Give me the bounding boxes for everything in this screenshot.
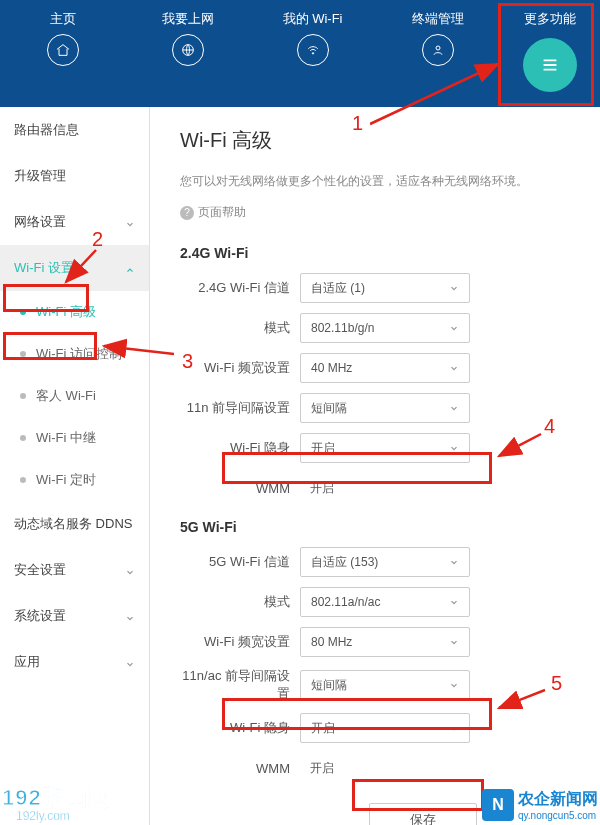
row-24-bw: Wi-Fi 频宽设置 40 MHz [180,353,576,383]
globe-icon [172,34,204,66]
nav-devices[interactable]: 终端管理 [375,10,500,66]
sidebar-item-label: Wi-Fi 设置 [14,259,74,277]
chevron-up-icon [125,263,135,273]
sidebar-item-system[interactable]: 系统设置 [0,593,149,639]
save-button[interactable]: 保存 [369,803,477,825]
sidebar-sub-label: 客人 Wi-Fi [36,387,96,405]
sidebar-sub-schedule[interactable]: Wi-Fi 定时 [0,459,149,501]
form-label: 5G Wi-Fi 信道 [180,553,300,571]
sidebar-item-ddns[interactable]: 动态域名服务 DDNS [0,501,149,547]
select-value: 开启 [311,720,335,737]
select-24-gi[interactable]: 短间隔 [300,393,470,423]
sidebar-sub-label: Wi-Fi 高级 [36,303,96,321]
form-label: 模式 [180,593,300,611]
sidebar-sub-guest-wifi[interactable]: 客人 Wi-Fi [0,375,149,417]
select-5-bw[interactable]: 80 MHz [300,627,470,657]
help-icon: ? [180,206,194,220]
select-24-hide[interactable]: 开启 [300,433,470,463]
sidebar-sub-label: Wi-Fi 中继 [36,429,96,447]
chevron-down-icon [125,657,135,667]
form-label: Wi-Fi 频宽设置 [180,633,300,651]
help-link[interactable]: ? 页面帮助 [180,204,576,221]
nav-wifi[interactable]: 我的 Wi-Fi [250,10,375,66]
form-label: Wi-Fi 频宽设置 [180,359,300,377]
form-label: 11n/ac 前导间隔设置 [180,667,300,703]
sidebar-sub-label: Wi-Fi 访问控制 [36,345,122,363]
select-value: 自适应 (153) [311,554,378,571]
chevron-down-icon [449,557,459,567]
bullet-icon [20,477,26,483]
row-24-mode: 模式 802.11b/g/n [180,313,576,343]
select-value: 自适应 (1) [311,280,365,297]
help-link-label: 页面帮助 [198,204,246,221]
sidebar-item-label: 系统设置 [14,607,66,625]
nav-internet[interactable]: 我要上网 [125,10,250,66]
row-5-channel: 5G Wi-Fi 信道 自适应 (153) [180,547,576,577]
chevron-down-icon [449,403,459,413]
user-icon [422,34,454,66]
sidebar-sub-repeater[interactable]: Wi-Fi 中继 [0,417,149,459]
row-5-bw: Wi-Fi 频宽设置 80 MHz [180,627,576,657]
select-value: 短间隔 [311,400,347,417]
sidebar-item-router-info[interactable]: 路由器信息 [0,107,149,153]
bullet-icon [20,351,26,357]
menu-icon [539,54,561,76]
select-24-channel[interactable]: 自适应 (1) [300,273,470,303]
chevron-down-icon [125,611,135,621]
wifi-icon [297,34,329,66]
select-5-gi[interactable]: 短间隔 [300,670,470,700]
row-5-hide: Wi-Fi 隐身 开启 [180,713,576,743]
select-5-mode[interactable]: 802.11a/n/ac [300,587,470,617]
section-24g-title: 2.4G Wi-Fi [180,245,576,261]
sidebar-sub-label: Wi-Fi 定时 [36,471,96,489]
select-24-mode[interactable]: 802.11b/g/n [300,313,470,343]
page-title: Wi-Fi 高级 [180,127,576,154]
sidebar-sub-access-control[interactable]: Wi-Fi 访问控制 [0,333,149,375]
svg-point-1 [312,53,313,54]
row-24-wmm: WMM 开启 [180,473,576,503]
form-label: 2.4G Wi-Fi 信道 [180,279,300,297]
chevron-down-icon [449,363,459,373]
select-value: 短间隔 [311,677,347,694]
sidebar-item-wifi-settings[interactable]: Wi-Fi 设置 [0,245,149,291]
sidebar-item-security[interactable]: 安全设置 [0,547,149,593]
form-label: Wi-Fi 隐身 [180,439,300,457]
sidebar-item-label: 升级管理 [14,167,66,185]
sidebar-item-label: 应用 [14,653,40,671]
sidebar-item-upgrade[interactable]: 升级管理 [0,153,149,199]
section-5g-title: 5G Wi-Fi [180,519,576,535]
svg-point-2 [436,46,440,50]
nav-more-label: 更多功能 [500,10,600,28]
sidebar-sub-wifi-advanced[interactable]: Wi-Fi 高级 [0,291,149,333]
nav-internet-label: 我要上网 [125,10,250,28]
select-value: 开启 [310,480,334,497]
hamburger-button[interactable] [523,38,577,92]
sidebar-item-network[interactable]: 网络设置 [0,199,149,245]
select-value: 802.11a/n/ac [311,595,380,609]
select-24-bw[interactable]: 40 MHz [300,353,470,383]
chevron-down-icon [125,565,135,575]
select-5-hide[interactable]: 开启 [300,713,470,743]
nav-more: 更多功能 [500,10,600,92]
row-24-hide: Wi-Fi 隐身 开启 [180,433,576,463]
sidebar-item-label: 路由器信息 [14,121,79,139]
row-24-channel: 2.4G Wi-Fi 信道 自适应 (1) [180,273,576,303]
row-5-mode: 模式 802.11a/n/ac [180,587,576,617]
nav-devices-label: 终端管理 [375,10,500,28]
row-24-gi: 11n 前导间隔设置 短间隔 [180,393,576,423]
select-value: 802.11b/g/n [311,321,374,335]
row-5-wmm: WMM 开启 [180,753,576,783]
sidebar-item-label: 网络设置 [14,213,66,231]
main-content: Wi-Fi 高级 您可以对无线网络做更多个性化的设置，适应各种无线网络环境。 ?… [150,107,600,825]
select-5-channel[interactable]: 自适应 (153) [300,547,470,577]
nav-home[interactable]: 主页 [0,10,125,66]
chevron-down-icon [125,217,135,227]
form-label: WMM [180,481,300,496]
chevron-down-icon [449,637,459,647]
home-icon [47,34,79,66]
sidebar-item-app[interactable]: 应用 [0,639,149,685]
value-5-wmm: 开启 [300,753,470,783]
chevron-down-icon [449,323,459,333]
select-value: 开启 [311,440,335,457]
form-label: 模式 [180,319,300,337]
